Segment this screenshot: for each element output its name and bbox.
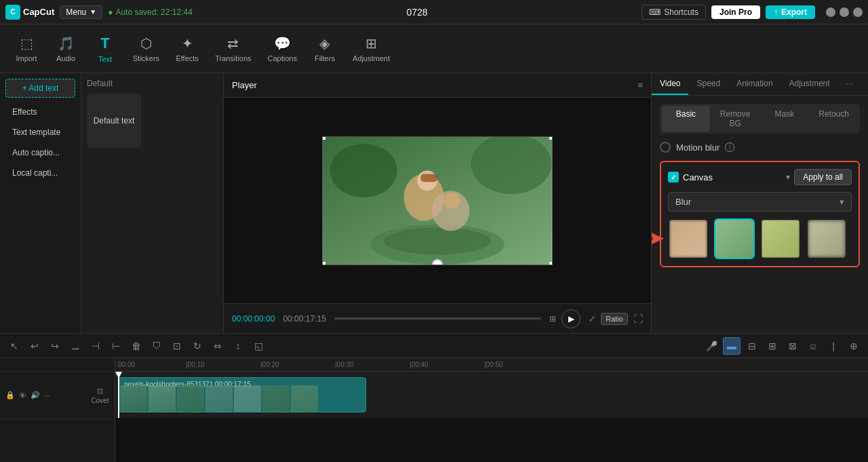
ratio-button[interactable]: Ratio (601, 313, 628, 325)
default-text-card[interactable]: Default text (87, 94, 141, 148)
tool-text[interactable]: T Text (87, 31, 123, 67)
effects-button[interactable]: Effects (5, 103, 75, 121)
delete-button[interactable]: 🗑 (127, 337, 145, 355)
import-label: Import (16, 54, 37, 62)
text-template-button[interactable]: Text template (5, 123, 75, 141)
blur-options (668, 218, 852, 259)
blur-option-3[interactable] (760, 218, 801, 259)
handle-tr[interactable] (549, 136, 553, 140)
ruler-mark-4: |00:40 (410, 361, 429, 368)
motion-blur-label: Motion blur (676, 142, 719, 153)
zoom-fit-icon[interactable]: ⤢ (589, 314, 595, 324)
export-button[interactable]: ↑ Export (766, 5, 815, 19)
sub-tab-retouch[interactable]: Retouch (810, 106, 858, 132)
svg-rect-6 (420, 174, 437, 182)
track-lock-icon[interactable]: 🔒 (5, 391, 15, 400)
track-label-cover (0, 358, 115, 372)
current-time: 00:00:00:00 (232, 314, 275, 324)
thumb-2 (149, 385, 176, 412)
tool-transitions[interactable]: ⇄ Transitions (208, 31, 258, 66)
tool-stickers[interactable]: ⬡ Stickers (126, 31, 166, 66)
blur-option-4[interactable] (806, 218, 847, 259)
undo-button[interactable]: ↩ (26, 337, 43, 355)
auto-caption-button[interactable]: Auto captio... (5, 144, 75, 161)
sub-tab-basic[interactable]: Basic (662, 106, 710, 132)
close-button[interactable] (853, 7, 863, 17)
top-bar: C CapCut Menu ▼ ● Auto saved: 22:12:44 0… (0, 0, 868, 24)
local-caption-button[interactable]: Local capti... (5, 164, 75, 182)
sub-tab-mask[interactable]: Mask (761, 106, 809, 132)
blur-option-1[interactable] (668, 218, 709, 259)
tab-more[interactable]: ··· (838, 73, 861, 95)
tool-import[interactable]: ⬚ Import (8, 31, 45, 66)
duplicate-button[interactable]: ⊡ (168, 337, 186, 355)
handle-center-bottom[interactable] (432, 259, 443, 265)
loop-button[interactable]: ↻ (189, 337, 206, 355)
tab-speed[interactable]: Speed (688, 73, 728, 95)
right-panel-content: Basic Remove BG Mask Retouch Motion blur… (652, 96, 868, 333)
split-right-button[interactable]: ⊢ (107, 337, 125, 355)
tool-adjustment[interactable]: ⊞ Adjustment (346, 31, 397, 66)
video-frame[interactable] (322, 136, 553, 265)
captions-label: Captions (268, 54, 297, 62)
join-pro-button[interactable]: Join Pro (711, 5, 760, 19)
add-track-button[interactable]: ⊕ (845, 337, 863, 355)
split-button[interactable]: ⚊ (66, 337, 84, 355)
blur-dropdown[interactable]: Blur ▾ (668, 192, 852, 212)
menu-arrow-icon: ▼ (90, 8, 96, 16)
handle-bl[interactable] (322, 262, 326, 265)
track-label-video: 🔒 👁 🔊 ··· ⊡ Cover (0, 372, 115, 419)
track-visibility-icon[interactable]: 👁 (19, 391, 26, 400)
cover-icon: ⊡ (97, 387, 103, 396)
canvas-expand-icon[interactable]: ▾ (786, 172, 790, 182)
split-audio-button[interactable]: ⊠ (784, 337, 802, 355)
add-text-button[interactable]: + Add text (5, 79, 75, 98)
protect-button[interactable]: ⛉ (148, 337, 165, 355)
tab-animation[interactable]: Animation (728, 73, 781, 95)
minimize-button[interactable] (826, 7, 835, 17)
tab-video[interactable]: Video (652, 73, 688, 95)
track-more-icon[interactable]: ··· (44, 391, 50, 400)
transform-button[interactable]: ◱ (250, 337, 267, 355)
fullscreen-icon[interactable]: ⛶ (633, 313, 643, 324)
stick-button[interactable]: | (825, 337, 842, 355)
apply-all-button[interactable]: Apply to all (794, 169, 852, 185)
video-track-button[interactable]: ▬ (723, 337, 741, 355)
flip-h-button[interactable]: ⇔ (209, 337, 226, 355)
motion-blur-info-icon[interactable]: i (725, 142, 734, 152)
progress-bar[interactable] (334, 317, 542, 320)
mic-button[interactable]: 🎤 (703, 337, 720, 355)
maximize-button[interactable] (840, 7, 849, 17)
red-arrow-indicator: ➤ (652, 229, 663, 248)
tool-captions[interactable]: 💬 Captions (261, 31, 304, 66)
flip-v-button[interactable]: ↕ (229, 337, 247, 355)
multi-track-button[interactable]: ⊟ (743, 337, 761, 355)
canvas-checkbox[interactable]: ✓ (668, 172, 679, 182)
tab-adjustment[interactable]: Adjustment (781, 73, 838, 95)
total-time: 00:00:17:15 (283, 314, 326, 324)
canvas-header: ✓ Canvas ▾ Apply to all (668, 169, 852, 185)
redo-button[interactable]: ↪ (46, 337, 64, 355)
tool-audio[interactable]: 🎵 Audio (47, 31, 84, 66)
motion-blur-checkbox[interactable] (660, 142, 671, 153)
timeline-content: 00:00 |00:10 |00:20 |00:30 |00:40 |00:50… (115, 358, 868, 462)
handle-tl[interactable] (322, 136, 326, 140)
blur-dropdown-icon: ▾ (840, 197, 844, 207)
tool-filters[interactable]: ◈ Filters (307, 31, 343, 66)
select-tool[interactable]: ↖ (5, 337, 23, 355)
split-left-button[interactable]: ⊣ (87, 337, 104, 355)
track-audio-icon[interactable]: 🔊 (31, 391, 40, 400)
emotion-button[interactable]: ☺ (804, 337, 822, 355)
play-button[interactable]: ▶ (561, 309, 580, 328)
shortcuts-button[interactable]: ⌨ Shortcuts (642, 5, 706, 20)
menu-button[interactable]: Menu ▼ (60, 5, 102, 19)
sub-tab-remove-bg[interactable]: Remove BG (711, 106, 760, 132)
window-controls (826, 7, 863, 17)
video-clip[interactable]: pexels-koolshooters-8531371 00:00:17:15 (118, 377, 366, 412)
blur-option-2[interactable] (714, 218, 755, 259)
timeline-link-button[interactable]: ⊞ (764, 337, 781, 355)
tool-effects[interactable]: ✦ Effects (169, 31, 205, 66)
playhead[interactable] (118, 372, 119, 418)
handle-br[interactable] (549, 262, 553, 265)
captions-icon: 💬 (274, 35, 291, 52)
